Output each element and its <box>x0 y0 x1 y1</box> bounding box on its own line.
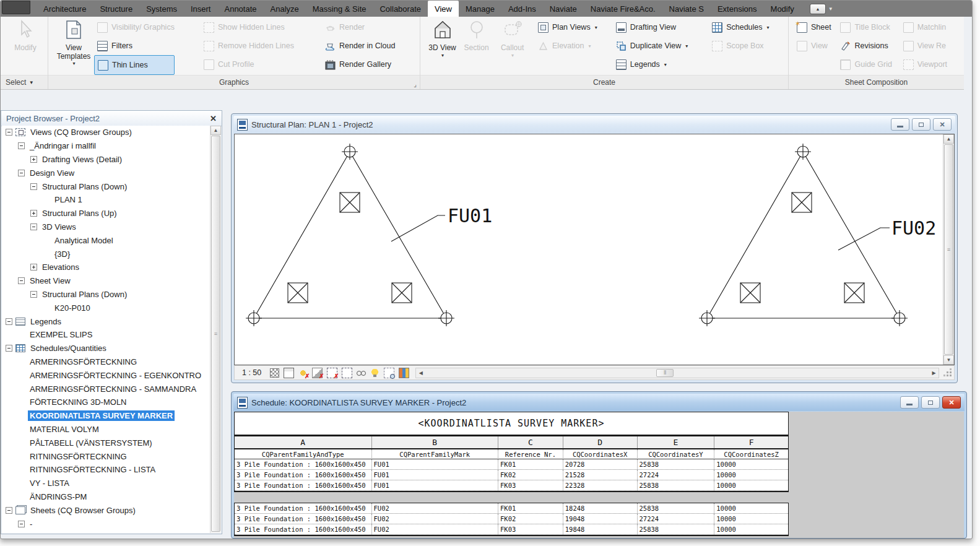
header-cell[interactable]: Reference Nr. <box>498 449 563 459</box>
table-cell[interactable]: 19848 <box>563 524 638 534</box>
tab-collaborate[interactable]: Collaborate <box>373 1 428 17</box>
cut-profile-button[interactable]: Cut Profile <box>201 55 322 74</box>
table-cell[interactable]: FU01 <box>372 470 499 480</box>
tab-naviate-fire-aco[interactable]: Naviate Fire&Aco. <box>584 1 662 17</box>
table-cell[interactable]: FK03 <box>498 524 563 534</box>
section-button[interactable]: Section <box>459 18 493 53</box>
crop-region-icon[interactable] <box>342 368 352 378</box>
sun-path-icon[interactable]: ✗ <box>298 368 308 378</box>
tree-item-structural-plans-up[interactable]: Structural Plans (Up) <box>2 207 210 220</box>
collapse-icon[interactable] <box>18 142 25 149</box>
3d-view-button[interactable]: 3D View ▾ <box>425 18 459 58</box>
expand-icon[interactable] <box>30 156 37 163</box>
tab-systems[interactable]: Systems <box>139 1 184 17</box>
table-cell[interactable]: FK01 <box>498 459 563 469</box>
tree-item-exempel-slips[interactable]: EXEMPEL SLIPS <box>2 328 210 342</box>
schedule-window-titlebar[interactable]: Schedule: KOORDINATLISTA SURVEY MARKER -… <box>233 394 965 411</box>
minimize-ribbon-button[interactable]: ▲ <box>810 4 826 14</box>
scroll-right-arrow-icon[interactable]: ▶ <box>929 368 939 378</box>
tab-view[interactable]: View <box>428 1 459 17</box>
tab-naviate[interactable]: Naviate <box>543 1 584 17</box>
collapse-icon[interactable] <box>30 223 37 230</box>
viewport-button[interactable]: Viewport <box>900 55 961 74</box>
tree-item-material-volym[interactable]: MATERIAL VOLYM <box>2 423 210 436</box>
tree-item-design-view[interactable]: Design View <box>2 166 210 180</box>
header-cell[interactable]: CQCoordinatesY <box>638 449 715 459</box>
tab-structure[interactable]: Structure <box>93 1 139 17</box>
tree-item-analytical-model[interactable]: Analytical Model <box>2 233 210 247</box>
view-button[interactable]: View <box>794 37 837 55</box>
tree-item-ritningsf-rteckning-lista[interactable]: RITNINGSFÖRTECKNING - LISTA <box>2 463 210 477</box>
table-cell[interactable]: 21528 <box>563 470 638 480</box>
tab-insert[interactable]: Insert <box>184 1 218 17</box>
column-letter-B[interactable]: B <box>372 436 499 448</box>
table-cell[interactable]: 18248 <box>563 503 638 513</box>
modify-button[interactable]: Modify <box>8 18 43 53</box>
table-cell[interactable]: FK02 <box>498 470 563 480</box>
view-scale-button[interactable]: 1 : 50 <box>235 368 270 377</box>
header-cell[interactable]: CQParentFamilyMark <box>372 449 499 459</box>
table-cell[interactable]: 27224 <box>638 514 715 524</box>
header-cell[interactable]: CQCoordinatesZ <box>714 449 788 459</box>
table-cell[interactable]: 10000 <box>714 503 788 513</box>
tree-item-ndrings-pm[interactable]: ÄNDRINGS-PM <box>2 490 210 504</box>
table-cell[interactable]: FU01 <box>372 459 499 469</box>
collapse-icon[interactable] <box>18 277 25 284</box>
legends-button[interactable]: Legends▾ <box>613 55 709 74</box>
drafting-view-button[interactable]: Drafting View <box>613 18 709 37</box>
tab-add-ins[interactable]: Add-Ins <box>501 1 543 17</box>
column-letter-D[interactable]: D <box>563 436 638 448</box>
duplicate-view-button[interactable]: Duplicate View▾ <box>613 37 709 55</box>
title-block-button[interactable]: Title Block <box>837 18 900 37</box>
tree-item-3d[interactable]: {3D} <box>2 247 210 261</box>
tree-item-p-ltabell-v-nstersystem[interactable]: PÅLTABELL (VÄNSTERSYSTEM) <box>2 436 210 449</box>
schedule-close-button[interactable]: ✕ <box>942 396 961 409</box>
render-gallery-button[interactable]: Render Gallery <box>322 55 415 74</box>
table-cell[interactable]: 22328 <box>563 480 638 490</box>
project-browser-titlebar[interactable]: Project Browser - Project2 ✕ <box>1 111 222 126</box>
tree-item-drafting-views-detail[interactable]: Drafting Views (Detail) <box>2 153 210 167</box>
scrollbar-thumb[interactable]: ⦀ <box>656 369 674 377</box>
elevation-button[interactable]: Elevation▾ <box>535 37 613 55</box>
scroll-down-arrow-icon[interactable]: ▼ <box>943 355 954 365</box>
tab-annotate[interactable]: Annotate <box>217 1 263 17</box>
application-menu-button[interactable] <box>2 1 30 14</box>
table-cell[interactable]: 3 Pile Foundation : 1600x1600x450 <box>235 459 372 469</box>
table-cell[interactable]: FK02 <box>498 514 563 524</box>
tree-item-sheets-cq-browser-groups[interactable]: Sheets (CQ Browser Groups) <box>2 503 210 517</box>
thin-lines-button[interactable]: Thin Lines <box>94 55 175 75</box>
plan-canvas[interactable]: FU01 <box>235 134 943 365</box>
header-cell[interactable]: CQCoordinatesX <box>563 449 638 459</box>
table-cell[interactable]: FK03 <box>498 480 563 490</box>
crop-view-icon[interactable]: ✗ <box>327 368 337 378</box>
view-templates-button[interactable]: View Templates ▾ <box>53 18 94 67</box>
remove-hidden-lines-button[interactable]: Remove Hidden Lines <box>201 37 322 55</box>
tree-item-vy-lista[interactable]: VY - LISTA <box>2 477 210 490</box>
tree-item-f-rteckning-3d-moln[interactable]: FÖRTECKNING 3D-MOLN <box>2 396 210 409</box>
tree-item-elevations[interactable]: Elevations <box>2 261 210 274</box>
column-letter-E[interactable]: E <box>638 436 715 448</box>
scrollbar-thumb[interactable]: ≡ <box>211 136 220 532</box>
callout-button[interactable]: Callout ▾ <box>493 18 531 58</box>
tree-item-structural-plans-down[interactable]: Structural Plans (Down) <box>2 180 210 193</box>
collapse-icon[interactable] <box>6 345 12 352</box>
table-cell[interactable]: 25838 <box>638 480 715 490</box>
table-cell[interactable]: FU02 <box>372 503 499 513</box>
scrollbar-thumb[interactable]: ≡ <box>944 144 953 355</box>
table-row[interactable]: 3 Pile Foundation : 1600x1600x450FU01FK0… <box>235 470 788 480</box>
tree-item-koordinatlista-survey-marker[interactable]: KOORDINATLISTA SURVEY MARKER <box>2 409 210 423</box>
table-cell[interactable]: FU01 <box>372 480 499 490</box>
table-cell[interactable]: 25838 <box>638 503 715 513</box>
guide-grid-button[interactable]: Guide Grid <box>837 55 900 74</box>
table-cell[interactable]: 3 Pile Foundation : 1600x1600x450 <box>235 470 372 480</box>
tab-naviate-s[interactable]: Naviate S <box>662 1 711 17</box>
header-cell[interactable]: CQParentFamilyAndType <box>235 449 372 459</box>
table-cell[interactable]: 27224 <box>638 470 715 480</box>
table-cell[interactable]: 10000 <box>714 459 788 469</box>
plan-vertical-scrollbar[interactable]: ▲ ≡ ▼ <box>943 134 954 365</box>
plan-minimize-button[interactable] <box>891 118 909 131</box>
table-cell[interactable]: 3 Pile Foundation : 1600x1600x450 <box>235 503 372 513</box>
table-cell[interactable]: 20728 <box>563 459 638 469</box>
temporary-hide-isolate-icon[interactable] <box>357 368 366 378</box>
tab-manage[interactable]: Manage <box>459 1 501 17</box>
